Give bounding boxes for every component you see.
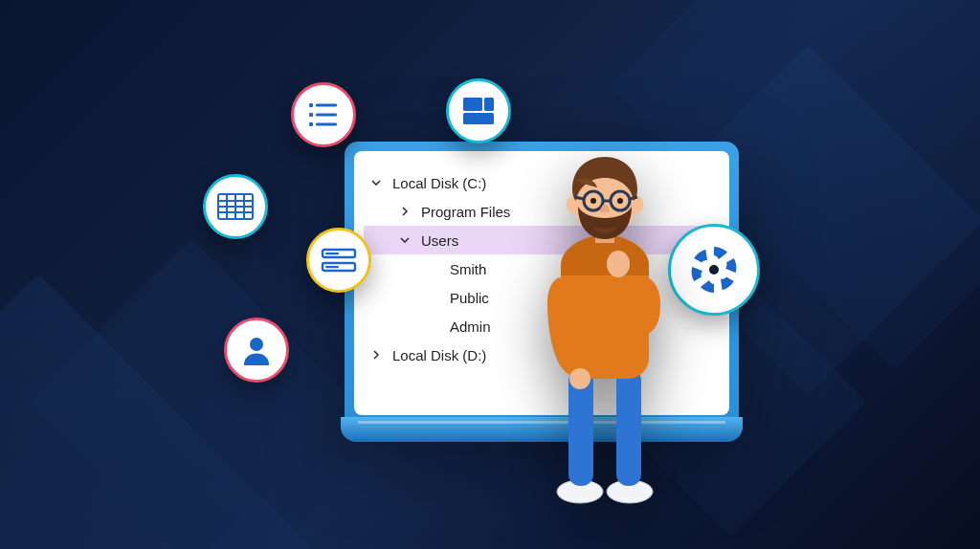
dashboard-icon <box>462 97 495 125</box>
chevron-down-icon <box>369 177 383 188</box>
svg-point-37 <box>590 198 596 204</box>
list-icon <box>307 100 340 129</box>
svg-line-36 <box>630 197 637 199</box>
thinking-person-illustration <box>524 151 685 507</box>
svg-rect-1 <box>316 103 337 106</box>
chevron-right-icon <box>369 349 383 361</box>
user-view-option <box>224 318 289 383</box>
svg-rect-8 <box>463 113 494 124</box>
tree-label: Public <box>450 290 489 306</box>
dashboard-view-option <box>446 78 511 143</box>
tree-label: Admin <box>450 318 491 335</box>
table-icon <box>217 193 254 220</box>
list-view-option <box>291 82 356 147</box>
svg-line-35 <box>574 197 584 199</box>
tree-label: Smith <box>450 261 486 277</box>
illustration-stage: Local Disk (C:) Program Files Users <box>0 0 980 549</box>
pinwheel-icon <box>683 239 745 300</box>
svg-point-2 <box>309 113 313 117</box>
tree-label: Users <box>421 232 458 249</box>
svg-rect-18 <box>325 253 339 254</box>
form-view-option <box>306 228 371 293</box>
tree-label: Local Disk (C:) <box>392 175 486 191</box>
svg-point-38 <box>617 198 623 204</box>
table-view-option <box>203 174 268 239</box>
chevron-down-icon <box>398 234 412 246</box>
user-icon <box>242 335 271 365</box>
svg-point-4 <box>309 122 313 126</box>
svg-rect-19 <box>325 266 339 268</box>
svg-rect-6 <box>463 98 482 111</box>
form-icon <box>321 247 357 274</box>
tree-label: Program Files <box>421 204 510 220</box>
svg-point-0 <box>309 103 313 107</box>
chevron-right-icon <box>398 206 412 217</box>
svg-rect-7 <box>484 98 494 111</box>
svg-point-21 <box>709 265 719 274</box>
svg-rect-5 <box>316 122 337 125</box>
tree-label: Local Disk (D:) <box>392 347 486 363</box>
svg-point-26 <box>569 368 590 389</box>
svg-point-20 <box>250 338 263 351</box>
svg-rect-3 <box>316 113 337 116</box>
svg-rect-25 <box>616 369 641 486</box>
svg-point-27 <box>607 251 630 277</box>
